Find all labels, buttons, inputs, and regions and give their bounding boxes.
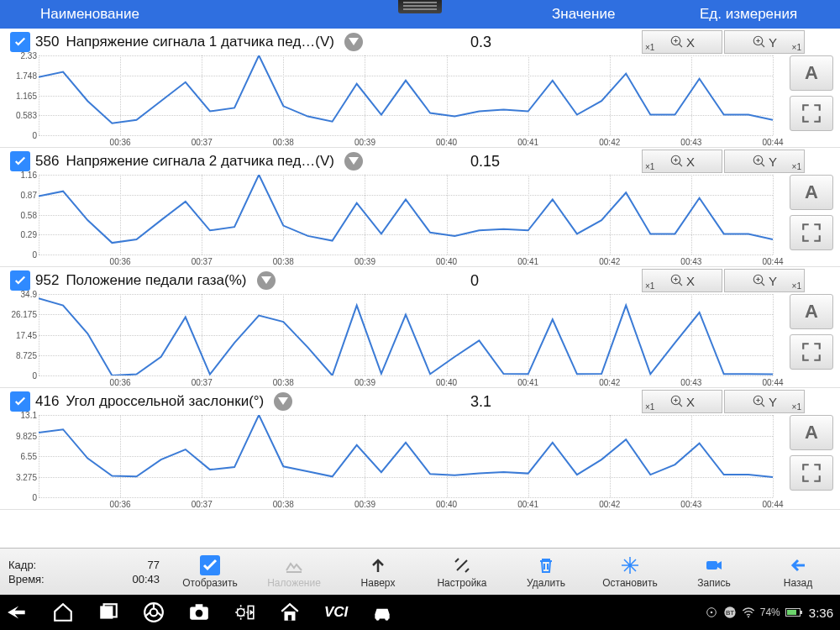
x-tick: 00:42 <box>599 378 620 387</box>
x-tick: 00:42 <box>599 500 620 509</box>
x-tick: 00:37 <box>192 257 213 266</box>
y-tick: 1.16 <box>0 171 37 180</box>
fullscreen-button[interactable] <box>790 334 833 370</box>
record-button[interactable]: Запись <box>672 555 756 589</box>
auto-scale-button[interactable]: A <box>790 55 833 91</box>
auto-scale-button[interactable]: A <box>790 175 833 210</box>
arrow-up-icon <box>368 555 388 575</box>
checkbox-icon[interactable] <box>10 391 30 412</box>
signal-label: Положение педали газа(%) <box>66 272 246 289</box>
x-tick: 00:38 <box>273 138 294 147</box>
y-tick: 13.1 <box>0 411 37 420</box>
auto-scale-button[interactable]: A <box>790 294 833 329</box>
top-button[interactable]: Наверх <box>336 555 420 589</box>
x-tick: 00:42 <box>599 257 620 266</box>
svg-point-12 <box>150 609 158 617</box>
signal-id: 952 <box>35 272 59 289</box>
y-tick: 0.29 <box>0 230 37 239</box>
wifi-icon <box>742 606 755 619</box>
x-tick: 00:37 <box>192 138 213 147</box>
svg-rect-15 <box>196 604 203 607</box>
x-tick: 00:37 <box>192 500 213 509</box>
checkbox-icon[interactable] <box>10 32 30 52</box>
zoom-y-button[interactable]: Y×1 <box>724 30 805 54</box>
nav-app-icon[interactable] <box>279 601 301 623</box>
bluetooth-icon: BT <box>723 606 737 619</box>
overlay-button[interactable]: Наложение <box>252 555 336 589</box>
delete-button[interactable]: Удалить <box>504 555 588 589</box>
chevron-down-icon[interactable] <box>274 392 292 411</box>
nav-home-icon[interactable] <box>52 601 74 623</box>
chart-area[interactable]: 00.5831.1651.7482.3300:3600:3700:3800:39… <box>39 55 773 135</box>
signal-polyline <box>39 55 773 135</box>
x-tick: 00:43 <box>680 138 701 147</box>
signal-row: 416 Угол дроссельной заслонки(°) 3.1 ×1X… <box>0 388 840 510</box>
col-value: Значение <box>552 6 615 23</box>
fullscreen-button[interactable] <box>790 96 833 131</box>
back-button[interactable]: Назад <box>756 555 840 589</box>
trash-icon <box>536 555 556 575</box>
chart-area[interactable]: 00.290.580.871.1600:3600:3700:3800:3900:… <box>39 175 773 255</box>
signal-value: 3.1 <box>470 393 491 411</box>
battery-percent: 74% <box>760 606 780 618</box>
stop-button[interactable]: Остановить <box>588 555 672 589</box>
x-tick: 00:40 <box>436 257 457 266</box>
nav-chrome-icon[interactable] <box>143 601 165 623</box>
x-tick: 00:40 <box>436 378 457 387</box>
y-tick: 0.87 <box>0 190 37 199</box>
nav-camera-icon[interactable] <box>188 601 210 623</box>
chart-area[interactable]: 08.72517.4526.17534.900:3600:3700:3800:3… <box>39 294 773 375</box>
signal-label: Напряжение сигнала 2 датчика пед…(V) <box>66 153 334 170</box>
x-tick: 00:38 <box>273 500 294 509</box>
time-value: 00:43 <box>59 573 160 585</box>
zoom-x-button[interactable]: ×1X <box>642 390 722 413</box>
checkbox-icon[interactable] <box>10 270 30 291</box>
svg-text:BT: BT <box>726 609 734 617</box>
signal-label: Угол дроссельной заслонки(°) <box>66 393 264 410</box>
fullscreen-button[interactable] <box>790 215 833 250</box>
y-tick: 0.58 <box>0 210 37 219</box>
y-tick: 2.33 <box>0 51 37 60</box>
battery-icon <box>785 608 801 617</box>
svg-point-16 <box>237 609 244 617</box>
nav-back-icon[interactable] <box>7 601 29 623</box>
zoom-y-button[interactable]: Y×1 <box>724 150 805 173</box>
x-tick: 00:44 <box>762 378 783 387</box>
nav-brightness-icon[interactable] <box>234 601 255 623</box>
x-tick: 00:40 <box>436 138 457 147</box>
y-tick: 6.55 <box>0 452 37 461</box>
nav-recent-icon[interactable] <box>97 601 119 623</box>
clock: 3:36 <box>809 606 833 620</box>
signal-polyline <box>39 294 773 375</box>
chevron-down-icon[interactable] <box>344 33 363 51</box>
drag-handle-icon[interactable] <box>398 0 442 13</box>
signal-row: 350 Напряжение сигнала 1 датчика пед…(V)… <box>0 29 840 148</box>
y-tick: 1.165 <box>0 91 37 100</box>
footer-toolbar: Кадр: 77 Время: 00:43 Отобразить Наложен… <box>0 548 840 595</box>
x-tick: 00:36 <box>110 138 131 147</box>
settings-button[interactable]: Настройка <box>420 555 504 589</box>
auto-scale-button[interactable]: A <box>790 415 833 450</box>
zoom-y-button[interactable]: Y×1 <box>724 269 805 292</box>
zoom-y-button[interactable]: Y×1 <box>724 390 805 413</box>
zoom-x-button[interactable]: ×1X <box>642 150 722 173</box>
checkbox-icon[interactable] <box>10 151 30 171</box>
display-button[interactable]: Отобразить <box>168 555 252 589</box>
signal-row: 586 Напряжение сигнала 2 датчика пед…(V)… <box>0 148 840 267</box>
x-tick: 00:41 <box>517 378 538 387</box>
chart-area[interactable]: 03.2756.559.82513.100:3600:3700:3800:390… <box>39 415 773 497</box>
x-tick: 00:44 <box>762 138 783 147</box>
y-tick: 26.175 <box>0 310 37 319</box>
location-icon <box>705 606 718 619</box>
y-tick: 8.725 <box>0 350 37 360</box>
signal-value: 0 <box>470 272 479 290</box>
y-tick: 1.748 <box>0 71 37 80</box>
fullscreen-button[interactable] <box>790 455 833 491</box>
arrow-left-icon <box>788 555 808 575</box>
y-tick: 0 <box>0 250 37 260</box>
chevron-down-icon[interactable] <box>344 152 363 171</box>
zoom-x-button[interactable]: ×1X <box>642 269 722 292</box>
nav-car-icon[interactable] <box>371 601 393 623</box>
chevron-down-icon[interactable] <box>257 271 276 290</box>
zoom-x-button[interactable]: ×1X <box>642 30 722 54</box>
